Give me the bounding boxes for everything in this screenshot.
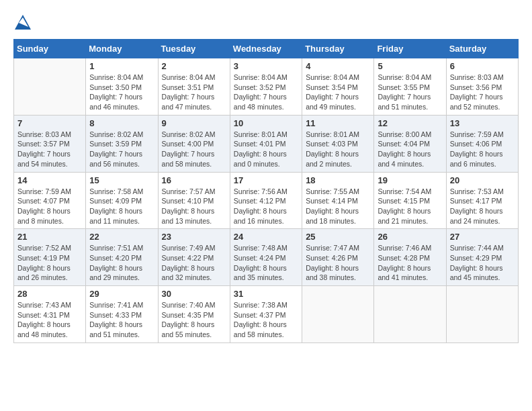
day-info: Sunrise: 7:54 AMSunset: 4:15 PMDaylight:… bbox=[378, 187, 442, 226]
day-number: 13 bbox=[450, 118, 515, 128]
calendar-week-row: 1Sunrise: 8:04 AMSunset: 3:50 PMDaylight… bbox=[14, 58, 519, 116]
day-number: 27 bbox=[450, 232, 515, 242]
calendar-cell: 10Sunrise: 8:01 AMSunset: 4:01 PMDayligh… bbox=[230, 115, 302, 172]
calendar-cell: 14Sunrise: 7:59 AMSunset: 4:07 PMDayligh… bbox=[14, 172, 86, 229]
day-number: 16 bbox=[162, 175, 226, 185]
day-number: 26 bbox=[378, 232, 442, 242]
day-info: Sunrise: 8:04 AMSunset: 3:51 PMDaylight:… bbox=[162, 73, 226, 112]
day-number: 2 bbox=[162, 61, 226, 71]
day-info: Sunrise: 7:41 AMSunset: 4:33 PMDaylight:… bbox=[89, 300, 154, 340]
day-info: Sunrise: 7:59 AMSunset: 4:06 PMDaylight:… bbox=[450, 130, 515, 169]
logo-icon bbox=[13, 13, 32, 32]
day-number: 11 bbox=[306, 118, 370, 128]
day-info: Sunrise: 7:46 AMSunset: 4:28 PMDaylight:… bbox=[378, 243, 442, 283]
calendar-cell: 12Sunrise: 8:00 AMSunset: 4:04 PMDayligh… bbox=[374, 115, 446, 172]
calendar-cell: 6Sunrise: 8:03 AMSunset: 3:56 PMDaylight… bbox=[446, 58, 518, 116]
calendar-cell: 2Sunrise: 8:04 AMSunset: 3:51 PMDaylight… bbox=[158, 58, 230, 116]
calendar-cell: 25Sunrise: 7:47 AMSunset: 4:26 PMDayligh… bbox=[302, 229, 374, 286]
calendar-cell bbox=[14, 58, 86, 116]
calendar-cell bbox=[374, 286, 446, 343]
calendar-header-row: SundayMondayTuesdayWednesdayThursdayFrid… bbox=[14, 40, 519, 58]
day-info: Sunrise: 8:04 AMSunset: 3:55 PMDaylight:… bbox=[378, 73, 442, 112]
calendar-cell: 8Sunrise: 8:02 AMSunset: 3:59 PMDaylight… bbox=[86, 115, 158, 172]
day-info: Sunrise: 7:43 AMSunset: 4:31 PMDaylight:… bbox=[17, 300, 82, 340]
day-of-week-header: Thursday bbox=[302, 40, 374, 58]
day-info: Sunrise: 7:58 AMSunset: 4:09 PMDaylight:… bbox=[89, 187, 154, 226]
calendar-cell: 1Sunrise: 8:04 AMSunset: 3:50 PMDaylight… bbox=[86, 58, 158, 116]
day-number: 3 bbox=[234, 61, 298, 71]
day-number: 6 bbox=[450, 61, 515, 71]
calendar-cell: 29Sunrise: 7:41 AMSunset: 4:33 PMDayligh… bbox=[86, 286, 158, 343]
day-number: 14 bbox=[17, 175, 82, 185]
day-info: Sunrise: 8:03 AMSunset: 3:56 PMDaylight:… bbox=[450, 73, 515, 112]
calendar-cell: 26Sunrise: 7:46 AMSunset: 4:28 PMDayligh… bbox=[374, 229, 446, 286]
day-number: 25 bbox=[306, 232, 370, 242]
day-number: 24 bbox=[234, 232, 298, 242]
calendar-week-row: 28Sunrise: 7:43 AMSunset: 4:31 PMDayligh… bbox=[14, 286, 519, 343]
calendar-cell: 17Sunrise: 7:56 AMSunset: 4:12 PMDayligh… bbox=[230, 172, 302, 229]
calendar-cell: 9Sunrise: 8:02 AMSunset: 4:00 PMDaylight… bbox=[158, 115, 230, 172]
day-of-week-header: Sunday bbox=[14, 40, 86, 58]
day-number: 9 bbox=[162, 118, 226, 128]
day-of-week-header: Wednesday bbox=[230, 40, 302, 58]
day-number: 8 bbox=[89, 118, 154, 128]
day-info: Sunrise: 8:04 AMSunset: 3:54 PMDaylight:… bbox=[306, 73, 370, 112]
day-of-week-header: Saturday bbox=[446, 40, 518, 58]
day-number: 28 bbox=[17, 289, 82, 299]
day-info: Sunrise: 7:40 AMSunset: 4:35 PMDaylight:… bbox=[162, 300, 226, 340]
logo bbox=[13, 13, 35, 32]
calendar-cell: 31Sunrise: 7:38 AMSunset: 4:37 PMDayligh… bbox=[230, 286, 302, 343]
day-info: Sunrise: 7:57 AMSunset: 4:10 PMDaylight:… bbox=[162, 187, 226, 226]
day-number: 31 bbox=[234, 289, 298, 299]
day-info: Sunrise: 8:00 AMSunset: 4:04 PMDaylight:… bbox=[378, 130, 442, 169]
calendar-cell: 24Sunrise: 7:48 AMSunset: 4:24 PMDayligh… bbox=[230, 229, 302, 286]
day-number: 4 bbox=[306, 61, 370, 71]
calendar-cell: 21Sunrise: 7:52 AMSunset: 4:19 PMDayligh… bbox=[14, 229, 86, 286]
day-number: 7 bbox=[17, 118, 82, 128]
day-number: 23 bbox=[162, 232, 226, 242]
day-info: Sunrise: 7:59 AMSunset: 4:07 PMDaylight:… bbox=[17, 187, 82, 226]
day-info: Sunrise: 8:01 AMSunset: 4:03 PMDaylight:… bbox=[306, 130, 370, 169]
day-number: 20 bbox=[450, 175, 515, 185]
calendar-cell: 27Sunrise: 7:44 AMSunset: 4:29 PMDayligh… bbox=[446, 229, 518, 286]
calendar-cell: 30Sunrise: 7:40 AMSunset: 4:35 PMDayligh… bbox=[158, 286, 230, 343]
calendar-cell: 15Sunrise: 7:58 AMSunset: 4:09 PMDayligh… bbox=[86, 172, 158, 229]
day-info: Sunrise: 7:52 AMSunset: 4:19 PMDaylight:… bbox=[17, 243, 82, 283]
day-info: Sunrise: 8:02 AMSunset: 3:59 PMDaylight:… bbox=[89, 130, 154, 169]
day-number: 12 bbox=[378, 118, 442, 128]
calendar-cell: 23Sunrise: 7:49 AMSunset: 4:22 PMDayligh… bbox=[158, 229, 230, 286]
calendar-cell: 5Sunrise: 8:04 AMSunset: 3:55 PMDaylight… bbox=[374, 58, 446, 116]
day-info: Sunrise: 7:56 AMSunset: 4:12 PMDaylight:… bbox=[234, 187, 298, 226]
day-of-week-header: Monday bbox=[86, 40, 158, 58]
day-number: 29 bbox=[89, 289, 154, 299]
day-info: Sunrise: 7:38 AMSunset: 4:37 PMDaylight:… bbox=[234, 300, 298, 340]
calendar-week-row: 21Sunrise: 7:52 AMSunset: 4:19 PMDayligh… bbox=[14, 229, 519, 286]
page-header bbox=[13, 13, 519, 32]
day-number: 21 bbox=[17, 232, 82, 242]
calendar-cell bbox=[302, 286, 374, 343]
day-info: Sunrise: 7:44 AMSunset: 4:29 PMDaylight:… bbox=[450, 243, 515, 283]
calendar-cell: 19Sunrise: 7:54 AMSunset: 4:15 PMDayligh… bbox=[374, 172, 446, 229]
day-number: 15 bbox=[89, 175, 154, 185]
calendar-cell: 22Sunrise: 7:51 AMSunset: 4:20 PMDayligh… bbox=[86, 229, 158, 286]
day-info: Sunrise: 7:55 AMSunset: 4:14 PMDaylight:… bbox=[306, 187, 370, 226]
day-info: Sunrise: 7:48 AMSunset: 4:24 PMDaylight:… bbox=[234, 243, 298, 283]
day-of-week-header: Tuesday bbox=[158, 40, 230, 58]
calendar-cell: 13Sunrise: 7:59 AMSunset: 4:06 PMDayligh… bbox=[446, 115, 518, 172]
calendar-cell: 4Sunrise: 8:04 AMSunset: 3:54 PMDaylight… bbox=[302, 58, 374, 116]
day-info: Sunrise: 8:04 AMSunset: 3:52 PMDaylight:… bbox=[234, 73, 298, 112]
day-info: Sunrise: 7:47 AMSunset: 4:26 PMDaylight:… bbox=[306, 243, 370, 283]
day-number: 10 bbox=[234, 118, 298, 128]
calendar-cell: 16Sunrise: 7:57 AMSunset: 4:10 PMDayligh… bbox=[158, 172, 230, 229]
calendar-cell: 7Sunrise: 8:03 AMSunset: 3:57 PMDaylight… bbox=[14, 115, 86, 172]
day-info: Sunrise: 7:53 AMSunset: 4:17 PMDaylight:… bbox=[450, 187, 515, 226]
calendar-cell bbox=[446, 286, 518, 343]
calendar-cell: 3Sunrise: 8:04 AMSunset: 3:52 PMDaylight… bbox=[230, 58, 302, 116]
day-info: Sunrise: 8:01 AMSunset: 4:01 PMDaylight:… bbox=[234, 130, 298, 169]
day-info: Sunrise: 8:02 AMSunset: 4:00 PMDaylight:… bbox=[162, 130, 226, 169]
day-info: Sunrise: 8:03 AMSunset: 3:57 PMDaylight:… bbox=[17, 130, 82, 169]
calendar-table: SundayMondayTuesdayWednesdayThursdayFrid… bbox=[13, 39, 519, 343]
calendar-cell: 28Sunrise: 7:43 AMSunset: 4:31 PMDayligh… bbox=[14, 286, 86, 343]
calendar-week-row: 14Sunrise: 7:59 AMSunset: 4:07 PMDayligh… bbox=[14, 172, 519, 229]
day-number: 22 bbox=[89, 232, 154, 242]
